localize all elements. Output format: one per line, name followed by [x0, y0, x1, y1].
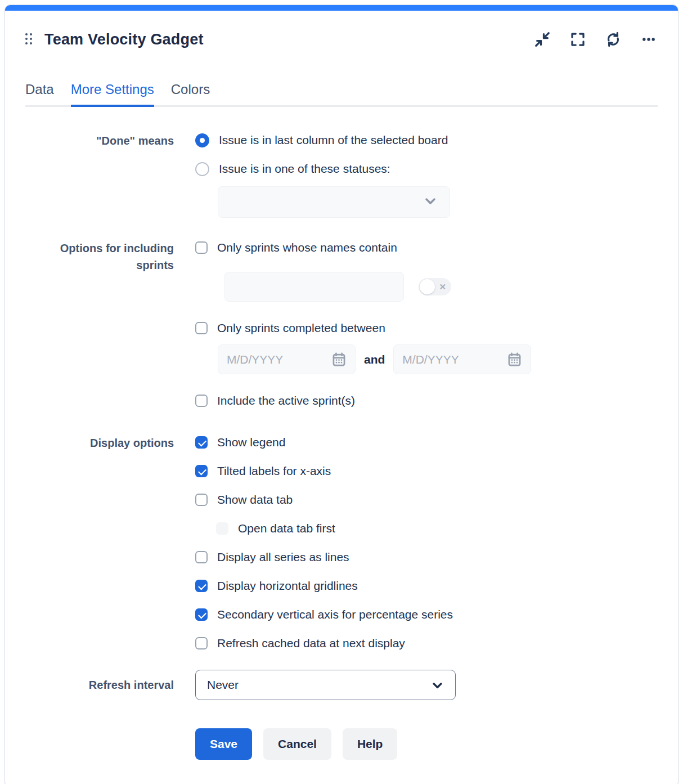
help-button[interactable]: Help — [343, 728, 398, 760]
refresh-interval-value: Never — [207, 678, 239, 692]
checkbox-label: Open data tab first — [238, 522, 335, 535]
display-option-row: Refresh cached data at next display — [195, 634, 658, 653]
regex-toggle[interactable]: ✕ — [419, 278, 451, 295]
start-date-input[interactable] — [227, 353, 311, 366]
checkbox-completed-between[interactable] — [195, 322, 208, 334]
display-option-row: Show legend — [195, 433, 658, 452]
done-means-section: "Done" means Issue is in last column of … — [25, 131, 658, 218]
checkbox-label: Display all series as lines — [217, 550, 349, 564]
checkbox-names-contain[interactable] — [195, 241, 208, 254]
checkbox-tilted-labels[interactable] — [195, 465, 208, 477]
toggle-clear-icon: ✕ — [439, 282, 446, 292]
gadget-header: Team Velocity Gadget — [25, 11, 658, 51]
gadget-accent-bar — [5, 5, 678, 11]
checkbox-show-legend[interactable] — [195, 436, 208, 449]
display-option-row: Open data tab first — [216, 519, 658, 538]
checkbox-label: Refresh cached data at next display — [217, 637, 405, 650]
done-means-label: "Done" means — [25, 131, 174, 218]
footer-actions-section: Save Cancel Help — [25, 700, 658, 760]
checkbox-refresh-cached[interactable] — [195, 637, 208, 649]
calendar-icon[interactable] — [331, 352, 347, 367]
include-active-row: Include the active sprint(s) — [195, 391, 658, 410]
checkbox-label: Show legend — [217, 436, 285, 449]
checkbox-label: Display horizontal gridlines — [217, 579, 358, 593]
done-option-statuses: Issue is in one of these statuses: — [195, 159, 658, 178]
refresh-interval-label: Refresh interval — [25, 670, 174, 700]
completed-between-row: Only sprints completed between — [195, 319, 658, 338]
refresh-button[interactable] — [604, 30, 622, 48]
sprint-options-section: Options for including sprints Only sprin… — [25, 238, 658, 410]
gadget-title: Team Velocity Gadget — [44, 31, 204, 48]
display-option-row: Secondary vertical axis for percentage s… — [195, 605, 658, 624]
collapse-arrows-icon — [534, 31, 551, 48]
done-option-last-column: Issue is in last column of the selected … — [195, 131, 658, 150]
end-date-field — [393, 344, 531, 374]
expand-button[interactable] — [569, 30, 587, 48]
refresh-interval-section: Refresh interval Never — [25, 670, 658, 700]
sprint-options-label: Options for including sprints — [25, 238, 174, 410]
radio-statuses-label: Issue is in one of these statuses: — [219, 162, 390, 176]
fullscreen-brackets-icon — [569, 31, 586, 48]
tab-bar: Data More Settings Colors — [25, 82, 658, 107]
tab-colors[interactable]: Colors — [171, 82, 210, 107]
radio-statuses[interactable] — [195, 162, 209, 176]
and-label: and — [364, 353, 385, 366]
display-options-label: Display options — [25, 433, 174, 653]
checkbox-include-active-label: Include the active sprint(s) — [217, 394, 355, 407]
gadget-card: Team Velocity Gadget — [5, 5, 678, 784]
radio-last-column[interactable] — [195, 133, 209, 147]
refresh-interval-select[interactable]: Never — [195, 670, 456, 700]
display-option-row: Display all series as lines — [195, 548, 658, 567]
names-contain-row: Only sprints whose names contain — [195, 238, 658, 257]
checkbox-horizontal-gridlines[interactable] — [195, 580, 208, 592]
checkbox-open-data-tab-first — [216, 522, 228, 535]
tab-more-settings[interactable]: More Settings — [71, 82, 154, 107]
start-date-field — [218, 344, 356, 374]
more-options-button[interactable] — [640, 30, 658, 48]
end-date-input[interactable] — [402, 353, 487, 366]
display-options-section: Display options Show legend Tilted label… — [25, 433, 658, 653]
ellipsis-icon — [641, 32, 657, 47]
display-option-row: Display horizontal gridlines — [195, 576, 658, 595]
checkbox-label: Show data tab — [217, 493, 293, 507]
statuses-select[interactable] — [218, 186, 450, 218]
save-button[interactable]: Save — [195, 728, 252, 760]
checkbox-series-as-lines[interactable] — [195, 551, 208, 563]
checkbox-secondary-axis[interactable] — [195, 608, 208, 621]
display-option-row: Show data tab — [195, 490, 658, 509]
chevron-down-icon — [425, 197, 436, 207]
checkbox-names-contain-label: Only sprints whose names contain — [217, 241, 397, 254]
checkbox-label: Secondary vertical axis for percentage s… — [217, 608, 453, 621]
tab-data[interactable]: Data — [25, 82, 54, 107]
minimize-button[interactable] — [533, 30, 551, 48]
checkbox-completed-between-label: Only sprints completed between — [217, 321, 385, 335]
toggle-knob — [420, 279, 435, 294]
drag-handle-icon[interactable] — [25, 33, 33, 46]
checkbox-label: Tilted labels for x-axis — [217, 464, 331, 478]
cancel-button[interactable]: Cancel — [263, 728, 331, 760]
radio-last-column-label: Issue is in last column of the selected … — [219, 133, 448, 147]
calendar-icon[interactable] — [507, 352, 522, 367]
display-option-row: Tilted labels for x-axis — [195, 462, 658, 481]
chevron-down-icon — [432, 678, 443, 692]
checkbox-include-active[interactable] — [195, 395, 208, 407]
checkbox-show-data-tab[interactable] — [195, 494, 208, 506]
sprint-name-input[interactable] — [224, 272, 404, 302]
refresh-arrows-icon — [605, 31, 622, 48]
